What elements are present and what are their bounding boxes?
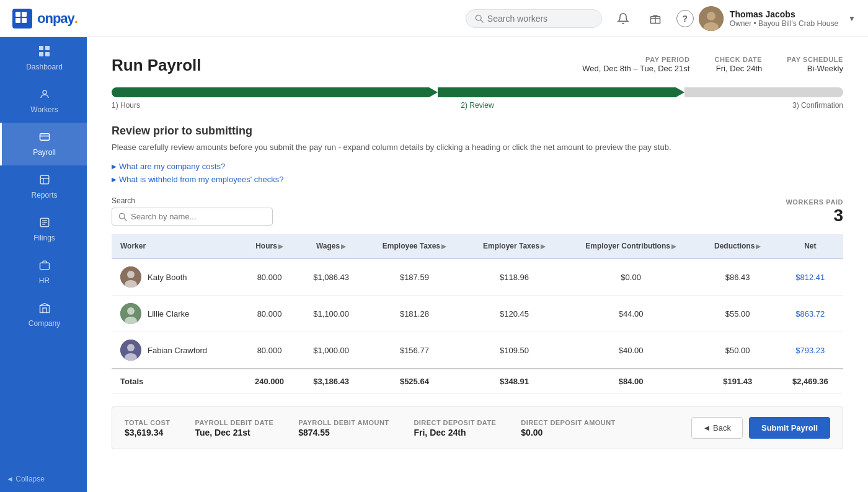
sidebar-item-label: Dashboard	[26, 63, 63, 71]
user-info: Thomas Jacobs Owner • Bayou Bill's Crab …	[730, 9, 838, 28]
deposit-date-value: Fri, Dec 24th	[414, 428, 466, 437]
name-search-input[interactable]	[131, 212, 266, 221]
step3-bar	[684, 87, 843, 97]
net-link[interactable]: $793.23	[795, 346, 825, 355]
svg-point-14	[43, 90, 46, 94]
bell-icon[interactable]	[612, 7, 634, 30]
footer-summary: TOTAL COST $3,619.34 PAYROLL DEBIT DATE …	[112, 406, 843, 449]
search-bar[interactable]	[466, 9, 602, 28]
help-icon[interactable]: ?	[676, 10, 694, 27]
sidebar-item-filings[interactable]: Filings	[0, 208, 87, 251]
deductions-cell: $50.00	[698, 332, 777, 369]
company-icon	[39, 302, 50, 317]
check-date-value: Fri, Dec 24th	[716, 64, 762, 73]
hours-cell: 80.000	[241, 258, 298, 296]
faq2-link[interactable]: ▶ What is withheld from my employees' ch…	[112, 175, 843, 184]
debit-date-value: Tue, Dec 21st	[195, 428, 250, 437]
svg-rect-12	[39, 52, 43, 56]
net-cell[interactable]: $793.23	[777, 332, 843, 369]
step3-label: 3) Confirmation	[600, 101, 843, 110]
svg-rect-2	[16, 18, 20, 23]
search-section: Search WORKERS PAID 3	[112, 196, 843, 226]
user-area[interactable]: Thomas Jacobs Owner • Bayou Bill's Crab …	[699, 6, 856, 31]
employer-taxes-cell: $120.45	[465, 296, 564, 332]
search-input[interactable]	[487, 14, 593, 24]
sidebar: Dashboard Workers Payrol	[0, 37, 87, 492]
worker-name: Katy Booth	[148, 273, 187, 282]
col-deductions[interactable]: Deductions▶	[698, 234, 777, 258]
col-wages[interactable]: Wages▶	[298, 234, 364, 258]
total-cost-value: $3,619.34	[125, 428, 163, 437]
sidebar-item-workers[interactable]: Workers	[0, 80, 87, 123]
step-arrow	[429, 87, 438, 97]
collapse-button[interactable]: ◄ Collapse	[0, 466, 87, 492]
check-date-label: CHECK DATE	[714, 56, 762, 63]
sidebar-item-label: Workers	[30, 105, 58, 114]
worker-cell-0: Katy Booth	[112, 258, 241, 296]
svg-rect-10	[39, 46, 43, 50]
svg-rect-17	[40, 175, 49, 184]
wages-cell: $1,086.43	[298, 258, 364, 296]
worker-avatar	[120, 266, 141, 288]
net-cell[interactable]: $812.41	[777, 258, 843, 296]
page-header: Run Payroll PAY PERIOD Wed, Dec 8th – Tu…	[112, 56, 843, 75]
col-employee-taxes[interactable]: Employee Taxes▶	[364, 234, 464, 258]
net-link[interactable]: $812.41	[795, 273, 825, 282]
deposit-date-label: DIRECT DEPOSIT DATE	[414, 419, 496, 426]
totals-label: Totals	[112, 369, 241, 394]
sidebar-item-reports[interactable]: Reports	[0, 165, 87, 208]
review-subtitle: Please carefully review amounts before y…	[112, 143, 843, 152]
sidebar-item-payroll[interactable]: Payroll	[0, 123, 87, 165]
col-employer-contributions[interactable]: Employer Contributions▶	[564, 234, 698, 258]
logo-dot: .	[74, 11, 78, 27]
col-employer-taxes[interactable]: Employer Taxes▶	[465, 234, 564, 258]
workers-paid: WORKERS PAID 3	[786, 198, 843, 226]
hours-cell: 80.000	[241, 332, 298, 369]
col-worker: Worker	[112, 234, 241, 258]
pay-period: PAY PERIOD Wed, Dec 8th – Tue, Dec 21st	[582, 56, 689, 73]
pay-schedule-value: Bi-Weekly	[807, 64, 843, 73]
submit-button[interactable]: Submit Payroll	[749, 417, 830, 439]
main-content: Run Payroll PAY PERIOD Wed, Dec 8th – Tu…	[87, 37, 868, 492]
pay-period-label: PAY PERIOD	[582, 56, 689, 63]
debit-amount-value: $874.55	[298, 428, 330, 437]
logo-text: onpay	[37, 11, 74, 27]
payroll-icon	[39, 131, 50, 146]
totals-hours: 240.000	[241, 369, 298, 394]
deposit-date: DIRECT DEPOSIT DATE Fri, Dec 24th	[414, 419, 496, 437]
filings-icon	[39, 217, 50, 231]
footer-actions: ◄ Back Submit Payroll	[691, 417, 830, 439]
back-button[interactable]: ◄ Back	[691, 417, 743, 439]
wages-cell: $1,100.00	[298, 296, 364, 332]
svg-line-27	[124, 218, 126, 221]
search-field: Search	[112, 196, 273, 226]
user-role: Owner • Bayou Bill's Crab House	[730, 19, 838, 28]
faq1-link[interactable]: ▶ What are my company costs?	[112, 162, 843, 171]
sidebar-item-hr[interactable]: HR	[0, 251, 87, 294]
hr-icon	[39, 260, 50, 274]
sidebar-item-label: Payroll	[33, 148, 56, 157]
col-hours[interactable]: Hours▶	[241, 234, 298, 258]
search-input-wrap[interactable]	[112, 208, 273, 226]
sidebar-item-label: Filings	[33, 234, 55, 242]
top-icons: ?	[612, 7, 694, 30]
totals-net: $2,469.36	[777, 369, 843, 394]
gift-icon[interactable]	[644, 7, 666, 30]
svg-rect-3	[22, 18, 27, 23]
deposit-amount-label: DIRECT DEPOSIT AMOUNT	[521, 419, 615, 426]
deductions-cell: $86.43	[698, 258, 777, 296]
sidebar-item-company[interactable]: Company	[0, 294, 87, 336]
svg-rect-25	[40, 305, 49, 312]
user-name: Thomas Jacobs	[730, 9, 838, 19]
worker-name: Lillie Clarke	[148, 309, 189, 318]
svg-rect-0	[16, 12, 20, 17]
totals-employer-taxes: $348.91	[465, 369, 564, 394]
worker-cell-2: Fabian Crawford	[112, 332, 241, 369]
sidebar-item-dashboard[interactable]: Dashboard	[0, 37, 87, 80]
employer-contributions-cell: $40.00	[564, 332, 698, 369]
pay-schedule-label: PAY SCHEDULE	[787, 56, 843, 63]
net-link[interactable]: $863.72	[795, 309, 825, 318]
net-cell[interactable]: $863.72	[777, 296, 843, 332]
worker-name: Fabian Crawford	[148, 346, 207, 355]
worker-avatar	[120, 303, 141, 324]
